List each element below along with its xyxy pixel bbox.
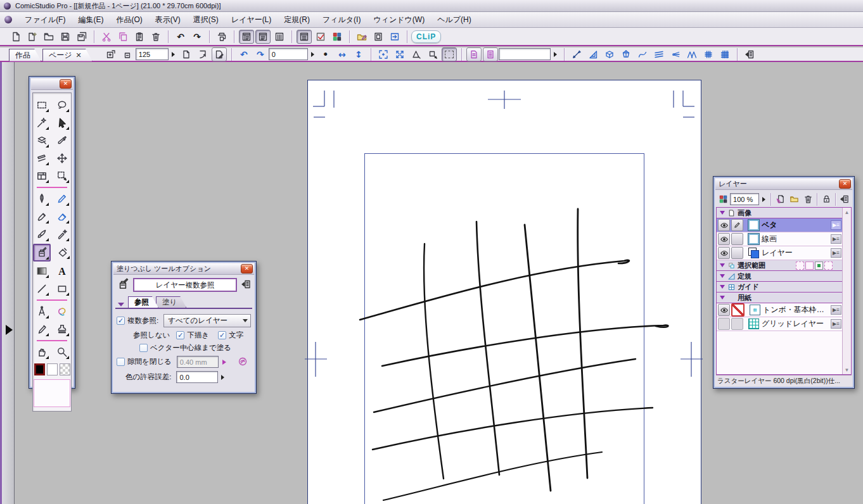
layer-grid[interactable]: グリッドレイヤー▶≡ [717, 317, 843, 331]
gap-size-field[interactable]: 0.40 mm [177, 356, 219, 368]
text-tool[interactable]: A [54, 263, 70, 279]
lock-layer-button[interactable] [820, 192, 833, 206]
zoom-fit-button[interactable] [103, 47, 118, 61]
print-button[interactable] [214, 30, 229, 44]
parallel-ruler-button[interactable] [651, 47, 667, 61]
preset-button[interactable]: レイヤー複数参照 [133, 278, 237, 292]
tab-close-icon[interactable]: ✕ [76, 51, 82, 60]
collapse-icon[interactable] [720, 274, 725, 278]
menu-8[interactable]: フィルタ(I) [316, 13, 367, 27]
pen-tool[interactable] [34, 191, 50, 207]
toggle-tools-palette-button[interactable] [239, 30, 254, 44]
open-button[interactable] [41, 30, 56, 44]
zoom-spin-button[interactable] [172, 52, 175, 57]
layer-thumbnail[interactable] [748, 318, 759, 329]
menu-3[interactable]: 作品(O) [110, 13, 148, 27]
delete-layer-button[interactable] [802, 192, 814, 206]
layers-scrollbar[interactable]: ▲ ▼ [842, 208, 851, 374]
page-manager-button[interactable] [371, 30, 386, 44]
menu-10[interactable]: ヘルプ(H) [431, 13, 478, 27]
ruler-move-tool[interactable] [34, 150, 50, 167]
toggle-properties-button[interactable] [313, 30, 328, 44]
toggle-tool-options-button[interactable] [255, 30, 271, 44]
cut-button[interactable] [99, 30, 114, 44]
edit-toggle-empty[interactable] [731, 247, 743, 259]
layer-menu-icon[interactable]: ▶≡ [831, 305, 841, 315]
edit-target-toggle[interactable] [731, 219, 743, 231]
background-color-swatch[interactable] [47, 363, 58, 375]
rotate-ccw-button[interactable]: ↶ [236, 47, 252, 61]
paste-button[interactable] [132, 30, 147, 44]
collapse-icon[interactable] [720, 263, 725, 267]
flip-horizontal-button[interactable]: ↔ [335, 47, 350, 61]
menu-5[interactable]: 選択(S) [187, 13, 225, 27]
section-guide[interactable]: ガイド [717, 282, 843, 293]
layer-menu-icon[interactable]: ▶≡ [831, 234, 841, 244]
set-square-button[interactable] [585, 47, 601, 61]
visibility-toggle[interactable] [718, 318, 730, 330]
frame-cut-tool[interactable] [34, 168, 50, 184]
collapse-icon[interactable] [720, 296, 725, 299]
layer-thumbnail[interactable]: ⌗ [750, 305, 760, 315]
collapse-icon[interactable] [118, 303, 124, 306]
curve-ruler-button[interactable] [635, 47, 650, 61]
save-all-button[interactable] [74, 30, 89, 44]
layer-colors-button[interactable] [717, 192, 729, 206]
draft-checkbox[interactable]: ✓ [176, 331, 184, 339]
grid-ruler-button[interactable] [701, 47, 716, 61]
rectangle-tool[interactable] [54, 280, 70, 297]
layer-layer[interactable]: レイヤー▶≡ [717, 246, 843, 260]
selection-lasso-icon[interactable] [824, 261, 833, 270]
layers-menu-button[interactable] [838, 192, 851, 206]
scroll-down-icon[interactable]: ▼ [843, 366, 850, 374]
flip-vertical-button[interactable]: ↕ [351, 47, 366, 61]
current-color-preview[interactable] [34, 379, 70, 407]
materials-button[interactable] [354, 30, 369, 44]
menu-6[interactable]: レイヤー(L) [225, 13, 278, 27]
close-fill-tool[interactable] [54, 244, 71, 260]
new-layer-button[interactable] [774, 192, 786, 206]
rotation-spin-button[interactable] [311, 52, 314, 57]
pattern-brush-tool[interactable] [54, 226, 70, 243]
close-gap-checkbox[interactable] [117, 358, 125, 366]
section-selection[interactable]: 選択範囲 [717, 260, 843, 271]
selection-new-icon[interactable] [796, 261, 804, 270]
expand-arrows-button[interactable] [392, 47, 407, 61]
magic-wand-tool[interactable] [34, 115, 50, 131]
page-turn-button[interactable] [195, 47, 210, 61]
trim-marks-button[interactable] [376, 47, 391, 61]
tab-reference[interactable]: 参照 [128, 296, 158, 308]
zoom-out-button[interactable] [120, 47, 135, 61]
marker-tool[interactable] [34, 208, 50, 225]
new-page-button[interactable] [8, 30, 23, 44]
gap-spin-icon[interactable] [222, 360, 226, 365]
line-tool[interactable] [34, 280, 50, 297]
selection-spin-button[interactable] [554, 52, 557, 57]
delete-button[interactable] [148, 30, 163, 44]
section-image[interactable]: 画像 [717, 208, 843, 218]
section-ruler[interactable]: 定規 [717, 271, 843, 282]
lasso-tool[interactable] [54, 97, 70, 113]
text-list-button[interactable] [483, 47, 498, 61]
close-icon[interactable]: ✕ [60, 79, 72, 89]
collapse-icon[interactable] [720, 285, 725, 289]
tolerance-field[interactable]: 0.0 [176, 371, 218, 383]
dock-panel-button[interactable] [742, 47, 757, 61]
menu-7[interactable]: 定規(R) [278, 13, 316, 27]
eyedropper-tool[interactable] [54, 132, 70, 149]
toggle-brushes-button[interactable] [272, 30, 287, 44]
layer-opacity-field[interactable]: 100 % [730, 193, 759, 205]
decoration-tool[interactable] [54, 303, 70, 320]
airbrush-tool[interactable] [34, 303, 50, 320]
prev-page-button[interactable] [179, 47, 194, 61]
layers-titlebar[interactable]: レイヤー ✕ [715, 179, 852, 190]
section-paper[interactable]: 用紙 [717, 293, 843, 303]
panel-menu-icon[interactable] [241, 279, 251, 291]
story-editor-button[interactable] [466, 47, 482, 61]
no-edit-indicator[interactable] [731, 303, 745, 317]
collapsed-dock-strip[interactable] [0, 62, 15, 504]
tool-palette-titlebar[interactable]: ✕ [31, 79, 73, 90]
ruler-pen-button[interactable] [569, 47, 584, 61]
marquee-tool[interactable] [34, 97, 50, 113]
polygon-ruler-button[interactable] [618, 47, 634, 61]
